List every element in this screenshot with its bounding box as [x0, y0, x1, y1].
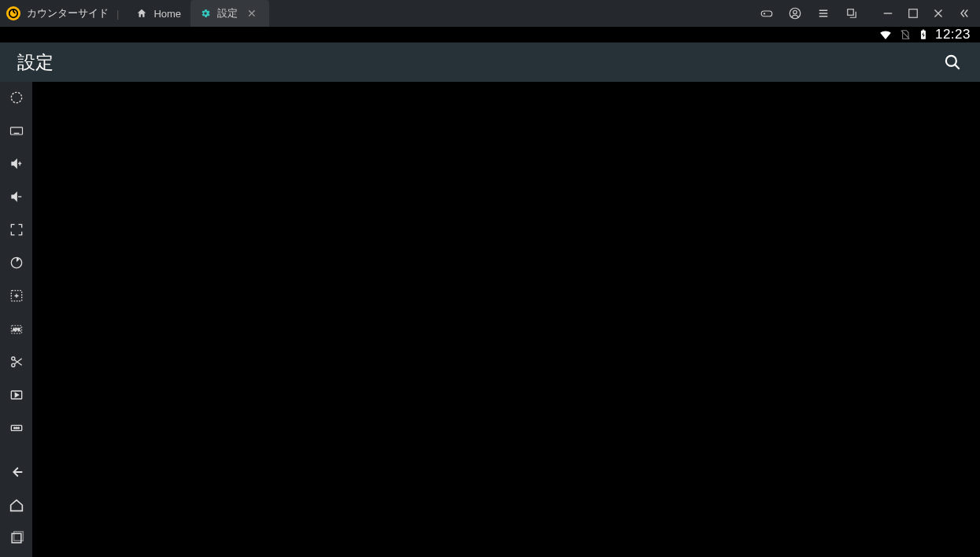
- collapse-sidebar-button[interactable]: [956, 6, 971, 20]
- svg-point-31: [11, 357, 14, 360]
- svg-rect-4: [848, 9, 854, 16]
- svg-point-35: [13, 427, 15, 429]
- account-icon[interactable]: [788, 6, 802, 20]
- svg-point-25: [11, 92, 21, 102]
- rotate-icon[interactable]: [6, 252, 28, 274]
- svg-point-36: [16, 427, 17, 429]
- svg-point-3: [793, 10, 797, 14]
- back-nav-icon[interactable]: [6, 461, 28, 483]
- svg-point-37: [17, 427, 19, 429]
- svg-rect-7: [923, 30, 924, 31]
- recents-nav-icon[interactable]: [6, 527, 28, 549]
- page-title: 設定: [17, 50, 54, 75]
- fullscreen-icon[interactable]: [6, 219, 28, 241]
- play-video-icon[interactable]: [6, 384, 28, 406]
- svg-point-8: [946, 56, 956, 66]
- clock-label: 12:23: [935, 27, 971, 42]
- window-title-bar: カウンターサイド | Home 設定 ✕: [0, 0, 980, 27]
- android-status-bar: 12:23: [0, 27, 980, 42]
- settings-header: 設定: [0, 42, 980, 82]
- battery-charging-icon: [918, 28, 929, 42]
- svg-text:APK: APK: [12, 327, 20, 332]
- title-separator: |: [116, 8, 119, 20]
- keyboard-icon[interactable]: [6, 120, 28, 142]
- menu-icon[interactable]: [816, 6, 830, 20]
- home-icon: [136, 8, 147, 19]
- more-icon[interactable]: [6, 417, 28, 439]
- home-nav-icon[interactable]: [6, 494, 28, 516]
- search-button[interactable]: [942, 52, 963, 72]
- svg-point-32: [11, 363, 14, 367]
- multiwindow-icon[interactable]: [845, 6, 859, 20]
- scissors-icon[interactable]: [6, 351, 28, 373]
- volume-down-icon[interactable]: [6, 186, 28, 208]
- settings-tab-icon: [200, 8, 211, 19]
- volume-up-icon[interactable]: [6, 153, 28, 175]
- app-logo-icon: [6, 6, 20, 20]
- wifi-icon: [878, 28, 893, 42]
- maximize-button[interactable]: [906, 6, 920, 20]
- svg-rect-1: [761, 11, 772, 17]
- tab-close-button[interactable]: ✕: [244, 7, 260, 20]
- tab-settings-label: 設定: [217, 6, 238, 20]
- sidebar-settings-icon[interactable]: [6, 87, 28, 109]
- tab-home[interactable]: Home: [127, 0, 190, 27]
- minimize-button[interactable]: [881, 6, 895, 20]
- no-sim-icon: [899, 28, 912, 41]
- close-button[interactable]: [931, 6, 945, 20]
- add-icon[interactable]: [6, 285, 28, 307]
- app-name-label: カウンターサイド: [27, 6, 109, 20]
- apk-icon[interactable]: APK: [6, 318, 28, 340]
- emulator-sidebar: APK: [0, 82, 32, 557]
- tab-settings[interactable]: 設定 ✕: [190, 0, 269, 27]
- svg-rect-5: [909, 9, 918, 18]
- tab-home-label: Home: [153, 8, 181, 20]
- gamepad-icon[interactable]: [760, 6, 774, 20]
